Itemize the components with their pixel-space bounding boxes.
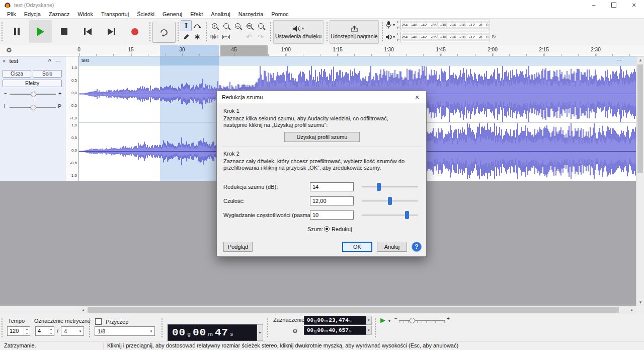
menu-zaznacz[interactable]: Zaznacz (45, 10, 74, 19)
minimize-button[interactable]: – (584, 0, 604, 10)
vertical-scrollbar[interactable]: ▲ ▼ (636, 56, 644, 306)
audio-position-display[interactable]: 00g00m47s ▾ (168, 324, 263, 341)
track-collapse-icon[interactable]: ^ (48, 58, 51, 64)
effects-button[interactable]: Efekty (3, 80, 62, 87)
frequency-smoothing-slider[interactable] (362, 211, 418, 220)
sensitivity-slider[interactable] (362, 196, 418, 205)
vertical-scale-ruler[interactable]: 1,0 0,5 0,0 -0,5 -1,0 1,0 0,5 0,0 -0,5 -… (65, 56, 79, 181)
sensitivity-input[interactable]: 12,00 (310, 196, 354, 205)
ok-button[interactable]: OK (342, 242, 372, 252)
transport-toolbar-grip[interactable] (1, 22, 4, 42)
snap-checkbox-row[interactable]: Przyczep (95, 318, 128, 325)
menu-generuj[interactable]: Generuj (158, 10, 186, 19)
selection-options-gear-icon[interactable]: ⚙ (292, 328, 298, 335)
sensitivity-slider-thumb[interactable] (388, 197, 392, 205)
pan-slider[interactable]: L P (0, 103, 65, 112)
pan-slider-thumb[interactable] (31, 105, 36, 110)
scroll-right-icon[interactable]: ▸ (628, 306, 636, 314)
recording-meter[interactable]: ▾ LP -54-48-42-36-30-24-18-12-60 (385, 20, 490, 30)
snap-checkbox[interactable] (95, 318, 102, 325)
undo-button[interactable]: ↶ (244, 31, 255, 42)
scroll-left-icon[interactable]: ◂ (79, 306, 87, 314)
get-noise-profile-button[interactable]: Uzyskaj profil szumu (284, 132, 360, 142)
audio-setup-button[interactable]: ▾ Ustawienia dźwięku (273, 20, 324, 44)
share-grip[interactable] (326, 22, 329, 42)
cancel-button[interactable]: Anuluj (377, 242, 407, 252)
play-button[interactable] (29, 20, 52, 43)
snap-toolbar-grip[interactable] (89, 318, 91, 338)
envelope-tool-button[interactable] (192, 20, 203, 31)
play-at-speed-grip[interactable] (374, 318, 377, 338)
loop-toolbar-grip[interactable] (149, 22, 151, 42)
frequency-smoothing-input[interactable]: 10 (310, 211, 354, 220)
gain-slider-thumb[interactable] (31, 92, 36, 97)
timeline-options-gear-icon[interactable]: ⚙ (6, 46, 12, 54)
time-signature-upper-input[interactable]: 4 ▲▼ (35, 326, 54, 336)
zoom-in-button[interactable]: + (209, 20, 220, 31)
redo-button[interactable]: ↷ (255, 31, 266, 42)
menu-narzedzia[interactable]: Narzędzia (234, 10, 268, 19)
gain-slider[interactable]: − + (0, 90, 65, 99)
meter-refresh-icon[interactable]: ↻ (492, 34, 496, 40)
skip-to-end-button[interactable] (100, 20, 123, 43)
tools-toolbar-grip[interactable] (177, 22, 180, 42)
menu-transportuj[interactable]: Transportuj (97, 10, 133, 19)
zoom-fit-button[interactable]: ▭ (244, 20, 255, 31)
clip-menu-icon[interactable]: ⋯ (616, 57, 622, 63)
snap-interval-select[interactable]: 1/8 ▾ (95, 326, 155, 336)
play-at-speed-icon[interactable]: ▶ (380, 316, 385, 324)
position-format-dropdown[interactable]: ▾ (257, 324, 263, 341)
skip-to-start-button[interactable] (76, 20, 99, 43)
selection-start-format-dropdown[interactable]: ▾ (366, 316, 372, 325)
time-toolbar-grip[interactable] (1, 318, 4, 338)
timeline-ruler[interactable]: ⚙ 0 15 30 45 1:00 1:15 1:30 1:45 2:00 2:… (0, 45, 644, 56)
play-speed-slider-thumb[interactable] (410, 318, 415, 323)
selection-toolbar-grip[interactable] (267, 318, 269, 338)
play-speed-slider-track[interactable] (399, 320, 445, 321)
tempo-input[interactable]: 120 ▲▼ (7, 326, 30, 336)
trim-audio-button[interactable] (209, 31, 220, 42)
menu-analizuj[interactable]: Analizuj (207, 10, 234, 19)
loop-button[interactable] (152, 22, 176, 43)
zoom-toggle-button[interactable] (255, 20, 266, 31)
reduce-radio-label[interactable]: Redukuj (332, 226, 352, 232)
zoom-out-button[interactable]: − (220, 20, 231, 31)
track-menu-icon[interactable]: ⋯ (55, 58, 61, 64)
bigtime-toolbar-grip[interactable] (161, 318, 164, 338)
dialog-close-button[interactable]: × (412, 92, 422, 102)
horizontal-scrollbar-thumb[interactable] (88, 307, 619, 313)
preview-button[interactable]: Podgląd (223, 242, 253, 252)
silence-audio-button[interactable] (220, 31, 231, 42)
selection-end-format-dropdown[interactable]: ▾ (366, 326, 372, 335)
track-name[interactable]: test (9, 58, 18, 64)
meter-toolbar-grip[interactable] (381, 22, 384, 42)
frequency-smoothing-slider-thumb[interactable] (405, 211, 409, 219)
menu-pomoc[interactable]: Pomoc (267, 10, 292, 19)
vertical-scrollbar-thumb[interactable] (637, 64, 643, 173)
pause-button[interactable] (5, 20, 28, 43)
multi-tool-button[interactable]: ∗ (192, 31, 203, 42)
noise-reduction-db-slider-thumb[interactable] (377, 183, 381, 191)
ruler-loop-region[interactable] (220, 45, 268, 56)
chevron-down-icon[interactable]: ▾ (388, 319, 390, 323)
time-signature-upper-spinner[interactable]: ▲▼ (48, 327, 54, 335)
dialog-title-bar[interactable]: Redukcja szumu (217, 91, 426, 103)
draw-tool-button[interactable] (181, 31, 192, 42)
audio-setup-grip[interactable] (270, 22, 272, 42)
menu-efekt[interactable]: Efekt (186, 10, 207, 19)
scroll-up-icon[interactable]: ▲ (636, 56, 644, 63)
menu-widok[interactable]: Widok (73, 10, 97, 19)
tempo-spinner[interactable]: ▲▼ (24, 327, 30, 335)
menu-sciezki[interactable]: Ścieżki (133, 10, 158, 19)
menu-edycja[interactable]: Edycja (20, 10, 45, 19)
scroll-down-icon[interactable]: ▼ (636, 299, 644, 306)
close-button[interactable]: × (624, 0, 644, 10)
horizontal-scrollbar[interactable]: ◂ ▸ (79, 306, 636, 314)
mute-button[interactable]: Cisza (3, 70, 31, 78)
help-button[interactable]: ? (412, 242, 422, 252)
menu-plik[interactable]: Plik (3, 10, 20, 19)
noise-reduction-db-slider[interactable] (362, 182, 418, 191)
selection-end-display[interactable]: 00g00m40,657s ▾ (304, 326, 372, 335)
share-audio-button[interactable]: Udostępnij nagranie (330, 20, 379, 44)
time-signature-lower-select[interactable]: 4 ▾ (61, 326, 84, 336)
